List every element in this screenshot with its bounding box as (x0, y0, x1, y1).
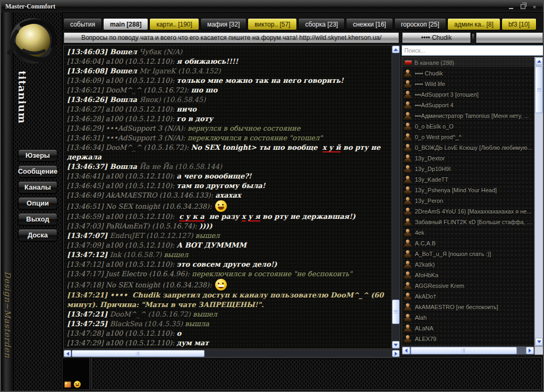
sidebar-button[interactable]: Юзеры (18, 149, 57, 161)
arrow-down-icon (394, 344, 398, 346)
tab-channel[interactable]: карти.. [190] (149, 18, 199, 30)
titanium-logo-icon (5, 16, 61, 66)
scroll-down-button[interactable] (535, 338, 543, 346)
userlist-scrollbar-vertical[interactable] (534, 57, 543, 346)
user-list-item[interactable]: 2DreAmS 4YoU 16) [Махаххахахахах я не... (402, 206, 534, 217)
scroll-left-button[interactable] (64, 350, 71, 357)
tab-channel[interactable]: сборка [23] (298, 18, 345, 30)
tab-channel[interactable]: main [288] (103, 18, 148, 30)
user-search-input[interactable] (402, 45, 543, 56)
chat-message: [13:46:34] DooM^_^ (10.5.16.72): No SEX … (67, 143, 388, 162)
scroll-up-button[interactable] (535, 57, 543, 65)
user-list-item[interactable]: 13y_Dp10H9I (402, 164, 534, 174)
avatar-bust-icon (404, 186, 412, 194)
scrollbar-corner (534, 346, 543, 355)
minimize-button[interactable] (507, 3, 515, 11)
user-list-item[interactable]: 0_o bEsIk o_O (402, 121, 534, 132)
user-list-item[interactable]: AkAMAESTRO [не беспокоить] (402, 302, 534, 312)
user-list-item[interactable]: AGGRessive Krem (402, 280, 534, 291)
sidebar-button[interactable]: Опции (18, 197, 57, 209)
user-list-item[interactable]: •••• Wild life (402, 79, 534, 89)
tab-channel[interactable]: виктор.. [57] (248, 18, 297, 30)
chat-hscroll-thumb[interactable] (72, 350, 205, 357)
arrow-up-icon (537, 60, 541, 63)
avatar-bust-icon (404, 313, 412, 322)
tab-channel[interactable]: админ ка.. [8] (447, 18, 500, 30)
chat-scroll-thumb[interactable] (392, 300, 400, 324)
chat-message: [13:46:31] •••AdSupport 3 (N/A): переклю… (67, 133, 388, 143)
userlist-scrollbar-horizontal[interactable] (402, 346, 534, 355)
user-list-item[interactable]: 4ek (402, 227, 534, 238)
scroll-left-button[interactable] (402, 347, 410, 354)
user-list-item[interactable]: AfoHbKa (402, 270, 534, 280)
arrow-right-icon (395, 352, 397, 356)
user-list-item[interactable]: •••AdSupport 3 [отошел] (402, 89, 534, 100)
sidebar-button[interactable]: Выход (18, 213, 57, 225)
self-user-dropdown[interactable]: •••• Chudik (402, 32, 471, 44)
tab-channel[interactable]: снежки [16] (346, 18, 393, 30)
user-list-item[interactable]: A2katk) (402, 259, 534, 270)
user-list-item[interactable]: •••• Chudik (402, 68, 534, 79)
user-list-item[interactable]: •••AdSupport 4 (402, 100, 534, 110)
user-list-panel: В канале (288) •••• Chudik•••• Wild life… (402, 57, 534, 346)
image-button[interactable] (64, 381, 71, 388)
emoticon-button[interactable] (74, 381, 81, 388)
scroll-right-button[interactable] (526, 347, 534, 354)
userlist-scroll-thumb[interactable] (535, 66, 543, 113)
scroll-up-button[interactable] (392, 46, 400, 53)
user-list-item[interactable]: Забавный FLINT2K xD [Больше стаффа, м... (402, 217, 534, 227)
user-list-item[interactable]: 13y_Peron (402, 195, 534, 206)
tab-channel[interactable]: гороскоп [25] (394, 18, 446, 30)
user-list-item[interactable]: 13y_Dextor (402, 153, 534, 164)
tab-channel[interactable]: события (63, 18, 102, 30)
avatar-bust-icon (404, 324, 412, 333)
tab-channel[interactable]: bf3 [10] (502, 18, 537, 30)
chat-log[interactable]: [13:46:03] Вошел Чубак (N/A)[13:46:04] a… (63, 45, 392, 349)
chat-scrollbar-horizontal[interactable] (63, 350, 400, 357)
user-list-item[interactable]: ALEX79 (402, 334, 534, 344)
chat-message: [13:47:21] •••• Chudik запретил доступ к… (67, 291, 388, 310)
chat-scrollbar-vertical[interactable] (392, 45, 400, 349)
header-divider (471, 32, 475, 44)
sidebar-button[interactable]: Доска (18, 229, 57, 241)
user-list-item[interactable]: 0_o West prod^_^ (402, 132, 534, 142)
right-header: •••• Chudik (402, 32, 543, 44)
scroll-right-button[interactable] (392, 350, 400, 357)
user-list-item[interactable]: Alah (402, 312, 534, 323)
avatar-bust-icon (404, 80, 412, 88)
input-toolbar (64, 381, 81, 388)
user-list-item[interactable]: A.C,A.B (402, 238, 534, 249)
sidebar-button[interactable]: Сообщение (18, 165, 57, 177)
message-input[interactable] (62, 357, 90, 390)
topic-text: Вопросы по поводу чата и всего что его к… (81, 34, 381, 41)
chat-message: [13:46:08] Вошел Mr IgareK (10.3.4.152) (67, 66, 388, 76)
sidebar-button[interactable]: Каналы (18, 181, 57, 193)
chat-message: [13:47:29] a100 (10.5.12.110): дум мат (67, 338, 388, 348)
tab-channel[interactable]: мафия [32] (200, 18, 246, 30)
avatar-bust-icon (404, 335, 412, 343)
close-button[interactable]: × (530, 3, 539, 11)
avatar-bust-icon (404, 122, 412, 131)
avatar-bust-icon (404, 228, 412, 237)
restore-icon (521, 4, 525, 9)
left-frame-strip: Design~Masterden (1, 12, 14, 391)
header-extra-dropdown[interactable] (475, 32, 543, 44)
avatar-bust-icon (404, 175, 412, 184)
user-list-item[interactable]: 13y_KadeTT (402, 174, 534, 185)
user-list-item[interactable]: •••Администратор Tamonius [Меня нету, ..… (402, 110, 534, 121)
avatar-bust-icon (404, 112, 412, 120)
avatar-bust-icon (404, 292, 412, 301)
topic-bar: Вопросы по поводу чата и всего что его к… (63, 32, 400, 44)
user-list-item[interactable]: 0_ВОЖДЬ LovE Ксюшу [Люблю любимую... (402, 142, 534, 153)
user-list-item[interactable]: A_BoT_u_Я [пошол спать :)] (402, 249, 534, 259)
chat-message: [13:46:04] a100 (10.5.12.110): я обижаюс… (67, 57, 388, 66)
user-list-item[interactable]: ALaNA (402, 323, 534, 334)
user-list-item[interactable]: AkADo† (402, 291, 534, 302)
chat-message: [13:46:28] a100 (10.5.12.110): го в доту (67, 114, 388, 124)
scroll-down-button[interactable] (392, 341, 400, 348)
avatar-bust-icon (404, 165, 412, 173)
restore-button[interactable] (518, 3, 527, 11)
user-list-item[interactable]: 13y_Pshenya [Mind Your Head] (402, 185, 534, 195)
userlist-hscroll-thumb[interactable] (411, 347, 517, 354)
smiley-emoticon (215, 279, 227, 291)
